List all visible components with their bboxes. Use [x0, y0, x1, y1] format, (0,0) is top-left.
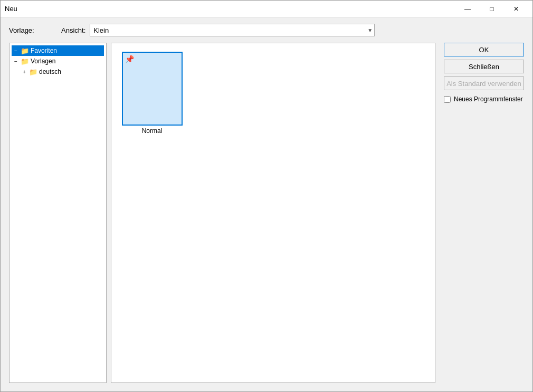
dialog-window: Neu — □ ✕ Vorlage: Ansicht: Klein Mittel… — [0, 0, 533, 392]
dialog-body: Vorlage: Ansicht: Klein Mittel Groß Deta… — [1, 17, 532, 391]
set-default-button[interactable]: Als Standard verwenden — [444, 77, 524, 90]
ansicht-dropdown-container: Klein Mittel Groß Details ▼ — [90, 24, 375, 36]
right-panel: OK Schließen Als Standard verwenden Neue… — [440, 43, 524, 383]
new-window-checkbox[interactable] — [444, 96, 451, 103]
window-title: Neu — [5, 5, 17, 13]
content-area: 📌 Normal — [111, 43, 435, 383]
template-name-normal: Normal — [142, 127, 163, 135]
toggle-deutsch: + — [20, 69, 28, 75]
toggle-favoriten: − — [12, 48, 20, 54]
pin-icon: 📌 — [125, 55, 134, 63]
tree-item-favoriten[interactable]: − 📁 Favoriten — [12, 45, 104, 56]
tree-label-deutsch: deutsch — [39, 68, 61, 75]
toggle-vorlagen: − — [12, 59, 20, 64]
tree-child-deutsch: + 📁 deutsch — [12, 66, 104, 77]
title-bar: Neu — □ ✕ — [1, 1, 532, 17]
ansicht-label: Ansicht: — [61, 26, 85, 34]
window-controls: — □ ✕ — [455, 1, 528, 17]
main-area: − 📁 Favoriten − 📁 Vorlagen + — [9, 43, 524, 383]
minimize-button[interactable]: — — [455, 1, 480, 17]
template-item-normal[interactable]: 📌 Normal — [118, 50, 186, 137]
folder-icon-deutsch: 📁 — [28, 68, 38, 75]
folder-icon-vorlagen: 📁 — [20, 58, 30, 65]
new-window-label[interactable]: Neues Programmfenster — [454, 95, 523, 103]
ok-button[interactable]: OK — [444, 43, 524, 56]
tree-label-favoriten: Favoriten — [31, 47, 57, 54]
folder-icon-favoriten: 📁 — [20, 47, 30, 54]
top-row: Vorlage: Ansicht: Klein Mittel Groß Deta… — [9, 24, 524, 36]
tree-label-vorlagen: Vorlagen — [31, 58, 55, 65]
tree-item-deutsch[interactable]: + 📁 deutsch — [20, 66, 104, 77]
ansicht-dropdown[interactable]: Klein Mittel Groß Details — [90, 24, 375, 36]
tree-item-vorlagen[interactable]: − 📁 Vorlagen — [12, 56, 104, 66]
maximize-button[interactable]: □ — [480, 1, 504, 17]
vorlage-label: Vorlage: — [9, 26, 38, 34]
checkbox-row: Neues Programmfenster — [444, 95, 524, 103]
left-panel: − 📁 Favoriten − 📁 Vorlagen + — [9, 43, 107, 383]
tree-area: − 📁 Favoriten − 📁 Vorlagen + — [9, 43, 106, 383]
close-window-button[interactable]: ✕ — [504, 1, 528, 17]
close-button[interactable]: Schließen — [444, 60, 524, 73]
template-preview-normal: 📌 — [122, 52, 183, 126]
